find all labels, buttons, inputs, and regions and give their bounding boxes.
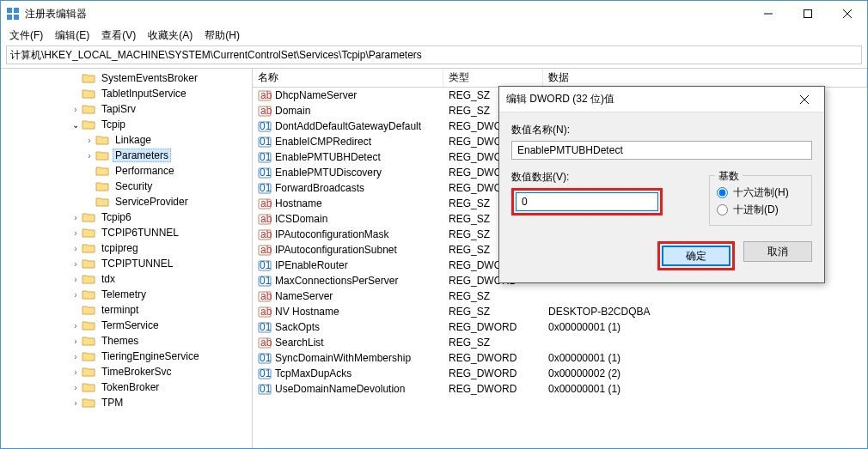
tree-label[interactable]: tcpipreg xyxy=(99,241,141,255)
chevron-right-icon[interactable]: › xyxy=(70,105,82,114)
radio-dec-input[interactable] xyxy=(717,204,728,215)
value-name: ICSDomain xyxy=(275,213,327,225)
tree-node[interactable]: Performance xyxy=(1,163,252,179)
tree-node[interactable]: ›TCPIP6TUNNEL xyxy=(1,225,252,240)
ok-button[interactable]: 确定 xyxy=(662,246,730,266)
tree-label[interactable]: terminpt xyxy=(99,303,141,317)
tree-node[interactable]: ›TPM xyxy=(1,395,252,410)
dialog-titlebar[interactable]: 编辑 DWORD (32 位)值 xyxy=(499,87,824,112)
address-bar[interactable]: 计算机\HKEY_LOCAL_MACHINE\SYSTEM\CurrentCon… xyxy=(6,46,862,64)
tree-node[interactable]: ›Tcpip6 xyxy=(1,209,252,225)
radio-hex[interactable]: 十六进制(H) xyxy=(717,185,804,200)
chevron-right-icon[interactable]: › xyxy=(70,228,82,238)
chevron-down-icon[interactable]: ⌄ xyxy=(70,120,82,130)
tree-label[interactable]: Themes xyxy=(99,334,141,348)
col-header-name[interactable]: 名称 xyxy=(253,69,443,87)
tree-node[interactable]: ›TimeBrokerSvc xyxy=(1,364,252,379)
menu-edit[interactable]: 编辑(E) xyxy=(50,27,95,45)
tree-label[interactable]: Parameters xyxy=(113,149,171,162)
cancel-button[interactable]: 取消 xyxy=(743,241,812,262)
col-header-data[interactable]: 数据 xyxy=(543,69,867,87)
svg-text:011: 011 xyxy=(260,182,272,194)
titlebar[interactable]: 注册表编辑器 xyxy=(1,1,867,27)
tree-label[interactable]: Security xyxy=(113,179,155,193)
table-row[interactable]: abNameServerREG_SZ xyxy=(253,288,867,304)
chevron-right-icon[interactable]: › xyxy=(70,290,82,300)
cell-name: abHostname xyxy=(253,197,443,210)
radio-dec[interactable]: 十进制(D) xyxy=(717,203,804,217)
tree-label[interactable]: TPM xyxy=(99,396,125,410)
chevron-right-icon[interactable]: › xyxy=(70,275,82,284)
tree-label[interactable]: TermService xyxy=(99,319,162,332)
radio-hex-input[interactable] xyxy=(717,187,728,198)
chevron-right-icon[interactable]: › xyxy=(70,367,82,377)
tree-label[interactable]: TCPIPTUNNEL xyxy=(99,257,175,270)
tree-node[interactable]: ›TapiSrv xyxy=(1,101,252,117)
tree-pane[interactable]: SystemEventsBrokerTabletInputService›Tap… xyxy=(1,69,253,448)
menu-help[interactable]: 帮助(H) xyxy=(199,27,245,45)
tree-node[interactable]: SystemEventsBroker xyxy=(1,70,252,86)
tree-label[interactable]: TokenBroker xyxy=(99,380,162,394)
menu-view[interactable]: 查看(V) xyxy=(96,27,141,45)
tree-node[interactable]: ›Linkage xyxy=(1,132,252,148)
table-row[interactable]: 011UseDomainNameDevolutionREG_DWORD0x000… xyxy=(253,381,867,397)
folder-icon xyxy=(82,319,95,331)
close-button[interactable] xyxy=(828,1,867,27)
minimize-button[interactable] xyxy=(749,1,788,27)
chevron-right-icon[interactable]: › xyxy=(70,383,82,392)
menu-file[interactable]: 文件(F) xyxy=(4,27,48,45)
chevron-right-icon[interactable]: › xyxy=(70,337,82,346)
chevron-right-icon[interactable]: › xyxy=(83,151,95,161)
chevron-right-icon[interactable]: › xyxy=(70,352,82,361)
tree-node[interactable]: ⌄Tcpip xyxy=(1,117,252,132)
tree-label[interactable]: TCPIP6TUNNEL xyxy=(99,226,181,240)
table-row[interactable]: 011SyncDomainWithMembershipREG_DWORD0x00… xyxy=(253,350,867,366)
chevron-right-icon[interactable]: › xyxy=(70,321,82,331)
tree-node[interactable]: ›TieringEngineService xyxy=(1,349,252,364)
chevron-right-icon[interactable]: › xyxy=(83,136,95,145)
chevron-right-icon[interactable]: › xyxy=(70,244,82,253)
maximize-button[interactable] xyxy=(788,1,828,27)
value-name-label: 数值名称(N): xyxy=(511,123,812,137)
tree-node[interactable]: ›TokenBroker xyxy=(1,379,252,395)
tree-label[interactable]: Tcpip xyxy=(99,118,128,131)
tree-node[interactable]: TabletInputService xyxy=(1,86,252,101)
tree-node[interactable]: ›tcpipreg xyxy=(1,240,252,256)
tree-label[interactable]: SystemEventsBroker xyxy=(99,71,200,85)
menu-favorites[interactable]: 收藏夹(A) xyxy=(143,27,198,45)
table-row[interactable]: 011TcpMaxDupAcksREG_DWORD0x00000002 (2) xyxy=(253,366,867,381)
tree-label[interactable]: Telemetry xyxy=(99,288,149,301)
tree-node[interactable]: ›tdx xyxy=(1,271,252,287)
col-header-type[interactable]: 类型 xyxy=(443,69,543,87)
chevron-right-icon[interactable]: › xyxy=(70,213,82,222)
table-row[interactable]: 011SackOptsREG_DWORD0x00000001 (1) xyxy=(253,319,867,335)
dialog-close-button[interactable] xyxy=(792,87,817,112)
tree-label[interactable]: TabletInputService xyxy=(99,87,189,100)
tree-label[interactable]: Tcpip6 xyxy=(99,210,134,224)
tree-label[interactable]: TieringEngineService xyxy=(99,349,202,363)
tree-node[interactable]: ›TCPIPTUNNEL xyxy=(1,256,252,271)
tree-node[interactable]: ›Telemetry xyxy=(1,287,252,302)
folder-icon xyxy=(82,350,95,362)
folder-icon xyxy=(82,103,95,115)
tree-node[interactable]: Security xyxy=(1,179,252,194)
tree-node[interactable]: ›TermService xyxy=(1,318,252,333)
tree-label[interactable]: TapiSrv xyxy=(99,102,138,116)
tree-label[interactable]: TimeBrokerSvc xyxy=(99,365,174,379)
tree-node[interactable]: ›Themes xyxy=(1,333,252,349)
tree-label[interactable]: Performance xyxy=(113,164,177,178)
table-row[interactable]: abSearchListREG_SZ xyxy=(253,335,867,350)
chevron-right-icon[interactable]: › xyxy=(70,398,82,408)
tree-label[interactable]: ServiceProvider xyxy=(113,195,191,209)
table-row[interactable]: abNV HostnameREG_SZDESKTOP-B2CDQBA xyxy=(253,304,867,319)
value-data-field[interactable] xyxy=(516,192,658,211)
svg-text:011: 011 xyxy=(260,259,272,271)
tree-node[interactable]: ›Parameters xyxy=(1,148,252,163)
chevron-right-icon[interactable]: › xyxy=(70,259,82,269)
tree-label[interactable]: Linkage xyxy=(113,133,154,147)
value-name-field[interactable] xyxy=(511,141,812,160)
tree-node[interactable]: terminpt xyxy=(1,302,252,318)
cell-data: 0x00000001 (1) xyxy=(543,321,867,333)
tree-node[interactable]: ServiceProvider xyxy=(1,194,252,209)
tree-label[interactable]: tdx xyxy=(99,272,118,286)
